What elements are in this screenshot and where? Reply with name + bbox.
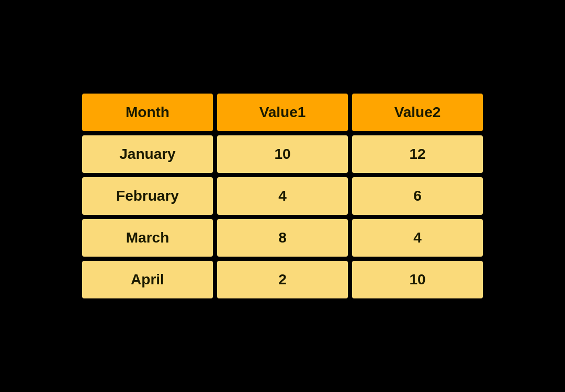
cell-month-3: April (82, 261, 213, 298)
cell-month-0: January (82, 135, 213, 173)
header-month: Month (82, 94, 213, 131)
cell-month-1: February (82, 177, 213, 215)
cell-value1-3: 2 (217, 261, 348, 298)
table-row: February 4 6 (82, 177, 483, 215)
cell-value2-1: 6 (352, 177, 483, 215)
table-row: April 2 10 (82, 261, 483, 298)
cell-value1-1: 4 (217, 177, 348, 215)
header-value1: Value1 (217, 94, 348, 131)
table-row: January 10 12 (82, 135, 483, 173)
cell-value1-0: 10 (217, 135, 348, 173)
cell-value2-3: 10 (352, 261, 483, 298)
data-table: Month Value1 Value2 January 10 12 Februa… (82, 94, 483, 298)
table-row: March 8 4 (82, 219, 483, 257)
cell-value2-2: 4 (352, 219, 483, 257)
header-value2: Value2 (352, 94, 483, 131)
cell-value1-2: 8 (217, 219, 348, 257)
cell-month-2: March (82, 219, 213, 257)
cell-value2-0: 12 (352, 135, 483, 173)
table-header-row: Month Value1 Value2 (82, 94, 483, 131)
